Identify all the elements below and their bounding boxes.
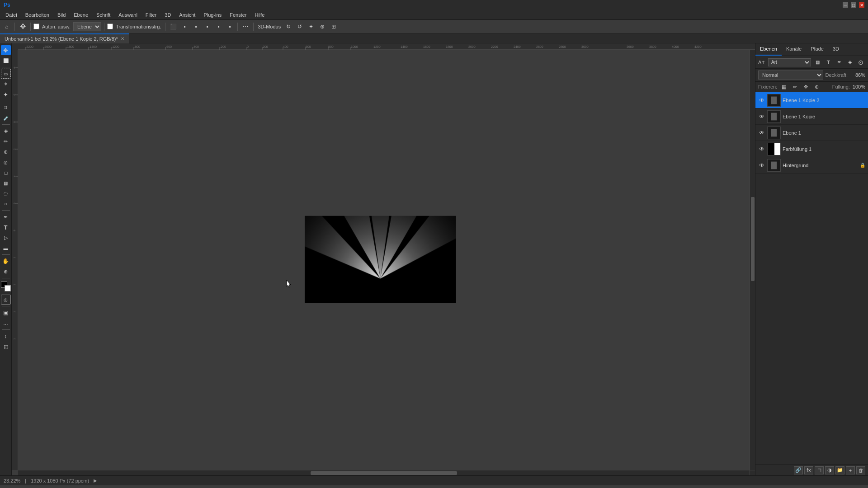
clone-tool[interactable]: ⊕ (1, 147, 11, 157)
pixel-filter-btn[interactable]: ▦ (813, 58, 822, 67)
text-filter-btn[interactable]: T (824, 58, 833, 67)
menu-plugins[interactable]: Plug-ins (200, 11, 225, 19)
menu-ebene[interactable]: Ebene (70, 11, 92, 19)
layer-item[interactable]: 👁 Hintergrund 🔒 (755, 157, 868, 174)
color-swatches[interactable] (1, 282, 11, 291)
menu-fenster[interactable]: Fenster (226, 11, 250, 19)
menu-hilfe[interactable]: Hilfe (251, 11, 268, 19)
status-bar: 23.22% | 868 x 488 Px (72 ppcm) ▶ (0, 475, 868, 485)
menu-datei[interactable]: Datei (2, 11, 21, 19)
layer-item[interactable]: 👁 Ebene 1 (755, 125, 868, 141)
dodge-tool[interactable]: ○ (1, 199, 11, 209)
menu-auswahl[interactable]: Auswahl (115, 11, 141, 19)
layer-visibility-toggle[interactable]: 👁 (758, 97, 765, 104)
crop-tool[interactable]: ⌗ (1, 103, 11, 113)
align-center-btn[interactable]: ▪ (179, 22, 189, 32)
blend-mode-dropdown[interactable]: Normal Multiplizieren Abdunkeln Aufhelle… (758, 70, 823, 80)
layer-item[interactable]: 👁 Ebene 1 Kopie 2 (755, 92, 868, 108)
background-color[interactable] (5, 285, 11, 291)
shape-tool[interactable]: ▬ (1, 243, 11, 253)
magic-wand-tool[interactable]: ✦ (1, 89, 11, 99)
align-middle-btn[interactable]: ▪ (213, 22, 223, 32)
auto-select-checkbox[interactable] (33, 23, 39, 29)
extras-btn-2[interactable]: ◰ (1, 342, 11, 352)
menu-filter[interactable]: Filter (142, 11, 160, 19)
path-select-tool[interactable]: ▷ (1, 233, 11, 243)
brush-tool[interactable]: ✏ (1, 136, 11, 146)
lock-position-btn[interactable]: ✥ (802, 83, 810, 91)
horizontal-scrollbar[interactable] (18, 470, 750, 475)
menu-bearbeiten[interactable]: Bearbeiten (22, 11, 53, 19)
lock-artboard-btn[interactable]: ⊕ (812, 83, 821, 91)
smart-filter-btn[interactable]: ◈ (845, 58, 854, 67)
tab-pfade[interactable]: Pfade (806, 43, 828, 56)
menu-schrift[interactable]: Schrift (93, 11, 114, 19)
toggle-filter-btn[interactable]: ⊙ (856, 58, 865, 67)
artboard-tool[interactable]: ⬜ (1, 56, 11, 66)
align-left-btn[interactable]: ⬛ (168, 22, 178, 32)
layer-select-dropdown[interactable]: Ebene (73, 22, 101, 31)
menu-3d[interactable]: 3D (161, 11, 175, 19)
eyedropper-tool[interactable]: 💉 (1, 113, 11, 123)
tab-3d[interactable]: 3D (828, 43, 844, 56)
layer-filter-dropdown[interactable]: Art Name Farbe (768, 58, 811, 66)
document-tab-close[interactable]: ✕ (121, 36, 124, 41)
extra-tools-btn[interactable]: … (1, 318, 11, 328)
link-layers-btn[interactable]: 🔗 (794, 466, 803, 474)
tab-ebenen[interactable]: Ebenen (755, 43, 782, 56)
3d-rotate-btn[interactable]: ↻ (283, 22, 293, 32)
healing-tool[interactable]: ✚ (1, 126, 11, 136)
3d-slide-btn[interactable]: ⊕ (317, 22, 327, 32)
add-style-btn[interactable]: fx (804, 466, 813, 474)
hand-tool[interactable]: ✋ (1, 256, 11, 266)
minimize-button[interactable]: ─ (843, 2, 848, 8)
lock-transparent-btn[interactable]: ▦ (780, 83, 788, 91)
path-filter-btn[interactable]: ✒ (835, 58, 844, 67)
status-expand-btn[interactable]: ▶ (94, 478, 97, 483)
gradient-tool[interactable]: ▦ (1, 178, 11, 188)
maximize-button[interactable]: □ (851, 2, 856, 8)
move-tool[interactable]: ✥ (1, 45, 11, 55)
pen-tool[interactable]: ✒ (1, 212, 11, 222)
layer-visibility-toggle[interactable]: 👁 (758, 113, 765, 120)
text-tool[interactable]: T (1, 222, 11, 232)
layer-visibility-toggle[interactable]: 👁 (758, 145, 765, 153)
align-bottom-btn[interactable]: ▪ (225, 22, 235, 32)
3d-pan-btn[interactable]: ✦ (306, 22, 316, 32)
zoom-tool[interactable]: ⊕ (1, 267, 11, 277)
new-fill-btn[interactable]: ◑ (825, 466, 834, 474)
lock-pixels-btn[interactable]: ✏ (791, 83, 799, 91)
more-options-btn[interactable]: ⋯ (241, 22, 250, 32)
scrollbar-thumb-v[interactable] (751, 197, 755, 281)
3d-scale-btn[interactable]: ⊞ (329, 22, 339, 32)
align-top-btn[interactable]: ▪ (202, 22, 212, 32)
add-mask-btn[interactable]: ◻ (815, 466, 824, 474)
scrollbar-thumb-h[interactable] (311, 471, 457, 475)
quick-mask-btn[interactable]: ◎ (1, 295, 11, 305)
history-brush-tool[interactable]: ◎ (1, 157, 11, 167)
extras-btn-1[interactable]: ↕ (1, 331, 11, 341)
marquee-tool[interactable]: ▭ (1, 69, 11, 79)
layer-visibility-toggle[interactable]: 👁 (758, 162, 765, 169)
home-button[interactable]: ⌂ (2, 22, 12, 32)
align-right-btn[interactable]: ▪ (191, 22, 201, 32)
lasso-tool[interactable]: ⌖ (1, 79, 11, 89)
vertical-scrollbar[interactable] (750, 50, 755, 470)
close-button[interactable]: ✕ (859, 2, 864, 8)
new-group-btn[interactable]: 📁 (835, 466, 844, 474)
layer-item[interactable]: 👁 Farbfüllung 1 (755, 141, 868, 157)
document-tab[interactable]: Unbenannt-1 bei 23,2% (Ebene 1 Kopie 2, … (0, 33, 129, 43)
screen-mode-btn[interactable]: ▣ (1, 308, 11, 318)
delete-layer-btn[interactable]: 🗑 (856, 466, 865, 474)
layer-visibility-toggle[interactable]: 👁 (758, 129, 765, 136)
menu-ansicht[interactable]: Ansicht (175, 11, 199, 19)
blur-tool[interactable]: ◌ (1, 188, 11, 198)
move-tool-btn[interactable]: ✥ (18, 22, 28, 32)
3d-roll-btn[interactable]: ↺ (295, 22, 305, 32)
eraser-tool[interactable]: ◻ (1, 168, 11, 178)
new-layer-btn[interactable]: + (846, 466, 855, 474)
menu-bild[interactable]: Bild (54, 11, 69, 19)
transform-checkbox[interactable] (107, 23, 113, 29)
layer-item[interactable]: 👁 Ebene 1 Kopie (755, 108, 868, 125)
tab-kanaele[interactable]: Kanäle (782, 43, 806, 56)
